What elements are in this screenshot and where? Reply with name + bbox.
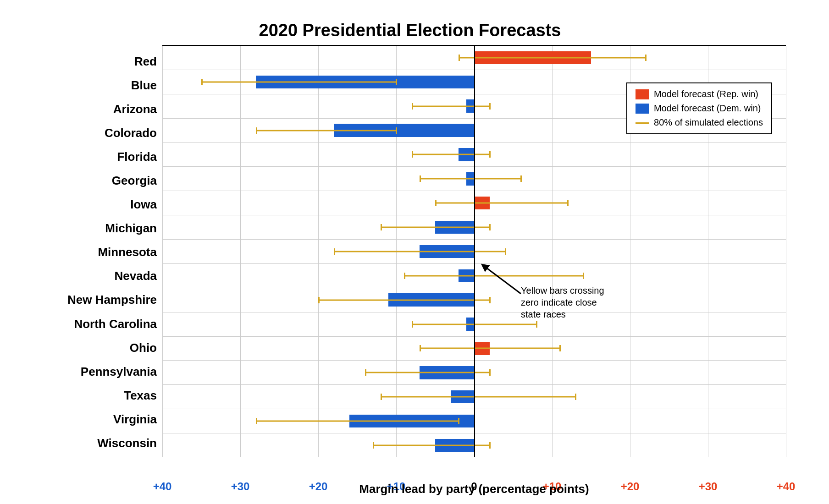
legend-label: 80% of simulated elections xyxy=(654,117,763,128)
whisker-cap-left xyxy=(404,273,405,279)
y-labels: RedBlueArizonaColoradoFloridaGeorgiaIowa… xyxy=(34,45,162,457)
chart-area: RedBlueArizonaColoradoFloridaGeorgiaIowa… xyxy=(34,45,786,457)
whisker-cap-left xyxy=(420,175,421,182)
legend-label: Model forecast (Rep. win) xyxy=(654,89,758,99)
y-label-ohio: Ohio xyxy=(34,342,162,354)
whisker-cap-left xyxy=(435,200,437,206)
whisker-cap-right xyxy=(575,394,576,400)
annotation-arrow xyxy=(475,262,530,298)
whisker-cap-right xyxy=(489,224,491,230)
whisker-cap-left xyxy=(373,442,374,449)
legend-swatch xyxy=(636,89,649,99)
whisker-cap-left xyxy=(381,224,382,230)
whisker-cap-left xyxy=(412,151,413,158)
y-label-georgia: Georgia xyxy=(34,175,162,186)
chart-title: 2020 Presidential Election Forecasts xyxy=(34,21,786,40)
legend: Model forecast (Rep. win)Model forecast … xyxy=(626,82,772,134)
chart-container: 2020 Presidential Election Forecasts Red… xyxy=(25,11,804,493)
y-label-pennsylvania: Pennsylvania xyxy=(34,366,162,378)
y-label-virginia: Virginia xyxy=(34,413,162,425)
y-label-texas: Texas xyxy=(34,389,162,401)
whisker xyxy=(459,57,646,58)
whisker xyxy=(381,227,490,228)
whisker-cap-right xyxy=(559,345,561,351)
annotation-text: Yellow bars crossingzero indicate closes… xyxy=(521,285,604,320)
x-axis-label: Margin lead by party (percentage points) xyxy=(162,482,786,496)
whisker-cap-left xyxy=(365,369,366,376)
whisker-cap-right xyxy=(458,418,459,424)
whisker xyxy=(373,444,490,446)
whisker xyxy=(412,105,490,107)
whisker-cap-left xyxy=(459,55,460,61)
whisker xyxy=(256,421,459,422)
whisker-cap-left xyxy=(256,127,257,134)
whisker-cap-left xyxy=(318,297,320,303)
whisker-cap-left xyxy=(381,394,382,400)
y-label-arizona: Arizona xyxy=(34,103,162,115)
legend-swatch xyxy=(636,104,649,114)
whisker-cap-right xyxy=(489,103,491,110)
whisker xyxy=(365,372,490,373)
whisker-cap-right xyxy=(396,127,397,134)
y-label-north-carolina: North Carolina xyxy=(34,318,162,330)
whisker xyxy=(420,178,521,180)
legend-item: 80% of simulated elections xyxy=(636,117,763,128)
y-label-minnesota: Minnesota xyxy=(34,246,162,258)
whisker xyxy=(201,81,396,82)
whisker-cap-right xyxy=(645,55,647,61)
y-label-nevada: Nevada xyxy=(34,270,162,282)
zero-line xyxy=(474,46,475,457)
whisker-cap-right xyxy=(583,273,584,279)
whisker xyxy=(318,299,490,301)
legend-swatch-yellow xyxy=(636,122,649,124)
y-label-florida: Florida xyxy=(34,151,162,163)
legend-item: Model forecast (Rep. win) xyxy=(636,89,763,99)
whisker-cap-left xyxy=(334,248,335,255)
whisker-cap-left xyxy=(256,418,257,424)
whisker-cap-left xyxy=(412,321,413,328)
whisker-cap-right xyxy=(567,200,569,206)
y-label-wisconsin: Wisconsin xyxy=(34,437,162,449)
whisker xyxy=(381,396,575,398)
whisker xyxy=(256,130,396,131)
y-label-colorado: Colorado xyxy=(34,127,162,139)
whisker-cap-left xyxy=(420,345,421,351)
legend-item: Model forecast (Dem. win) xyxy=(636,103,763,114)
y-label-blue: Blue xyxy=(34,79,162,91)
y-label-new-hampshire: New Hampshire xyxy=(34,294,162,306)
whisker xyxy=(412,154,490,155)
whisker xyxy=(420,348,560,349)
whisker-cap-right xyxy=(505,248,506,255)
whisker-cap-right xyxy=(536,321,537,328)
plot-area: Model forecast (Rep. win)Model forecast … xyxy=(162,45,786,457)
whisker-cap-left xyxy=(412,103,413,110)
whisker xyxy=(334,251,505,252)
y-label-michigan: Michigan xyxy=(34,222,162,234)
whisker-cap-right xyxy=(396,79,397,85)
legend-label: Model forecast (Dem. win) xyxy=(654,103,761,114)
whisker-cap-right xyxy=(520,175,522,182)
annotation: Yellow bars crossingzero indicate closes… xyxy=(521,285,604,320)
whisker-cap-right xyxy=(489,442,491,449)
whisker-cap-left xyxy=(201,79,203,85)
y-label-iowa: Iowa xyxy=(34,198,162,210)
whisker-cap-right xyxy=(489,369,491,376)
whisker-cap-right xyxy=(489,151,491,158)
whisker xyxy=(435,203,568,204)
grid-line xyxy=(786,46,786,457)
y-label-red: Red xyxy=(34,55,162,67)
